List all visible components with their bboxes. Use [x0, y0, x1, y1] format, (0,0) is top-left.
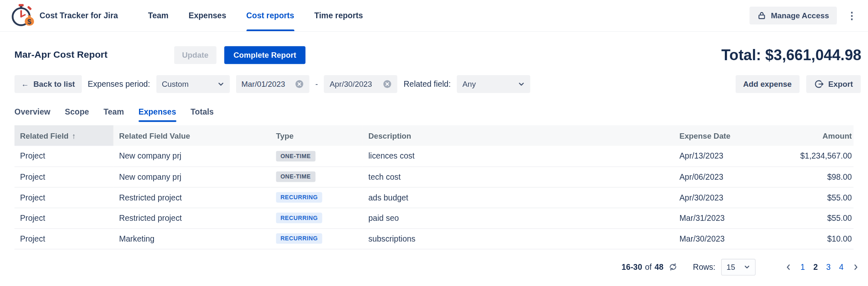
- update-button[interactable]: Update: [174, 46, 216, 64]
- cell-type: RECURRING: [271, 228, 363, 249]
- total-value: $3,661,044.98: [765, 46, 861, 63]
- range-value: 16-30: [622, 262, 642, 271]
- cell-expense-date: Mar/30/2023: [674, 228, 774, 249]
- type-badge: RECURRING: [276, 233, 322, 244]
- chevron-down-icon: [518, 81, 525, 87]
- date-from-value: Mar/01/2023: [241, 80, 285, 88]
- cell-related-field-value: Restricted project: [114, 208, 271, 228]
- type-badge: RECURRING: [276, 213, 322, 223]
- table-row: Project Restricted project RECURRING ads…: [15, 187, 853, 208]
- page-4[interactable]: 4: [839, 262, 844, 271]
- tab-overview[interactable]: Overview: [15, 108, 50, 122]
- cell-amount: $1,234,567.00: [774, 146, 853, 166]
- cell-type: ONE-TIME: [271, 146, 363, 166]
- cell-related-field-value: Marketing: [114, 228, 271, 249]
- next-page-icon[interactable]: [852, 263, 860, 271]
- cell-type: RECURRING: [271, 187, 363, 208]
- cell-description: licences cost: [363, 146, 674, 166]
- manage-access-button[interactable]: Manage Access: [750, 7, 837, 24]
- nav-cost-reports[interactable]: Cost reports: [246, 0, 295, 31]
- cell-amount: $55.00: [774, 187, 853, 208]
- table-row: Project New company prj ONE-TIME licence…: [15, 146, 853, 166]
- report-total: Total: $3,661,044.98: [721, 46, 861, 64]
- report-title: Mar-Apr Cost Report: [15, 49, 107, 61]
- cell-related-field: Project: [15, 146, 114, 166]
- page-3[interactable]: 3: [826, 262, 831, 271]
- report-header: Mar-Apr Cost Report Update Complete Repo…: [15, 46, 861, 64]
- previous-page-icon[interactable]: [784, 263, 792, 271]
- date-from-input[interactable]: Mar/01/2023: [236, 75, 309, 93]
- date-to-value: Apr/30/2023: [329, 80, 372, 88]
- chevron-down-icon: [217, 81, 224, 87]
- table-footer: 16-30 of 48 Rows: 15 1 2 3 4: [15, 259, 860, 275]
- nav-team[interactable]: Team: [148, 0, 168, 31]
- refresh-icon[interactable]: [668, 262, 678, 272]
- nav-expenses[interactable]: Expenses: [188, 0, 226, 31]
- total-label: Total:: [721, 46, 761, 63]
- cell-related-field: Project: [15, 187, 114, 208]
- page-2-current[interactable]: 2: [813, 262, 818, 271]
- back-arrow-icon: ←: [21, 80, 29, 88]
- period-select-value: Custom: [162, 80, 189, 88]
- svg-text:$: $: [27, 18, 32, 26]
- tab-scope[interactable]: Scope: [65, 108, 89, 122]
- range-total: 48: [654, 262, 663, 271]
- manage-access-label: Manage Access: [771, 11, 829, 20]
- date-range-separator: -: [315, 80, 318, 88]
- table-row: Project New company prj ONE-TIME tech co…: [15, 166, 853, 187]
- app-title: Cost Tracker for Jira: [39, 11, 118, 20]
- complete-report-button[interactable]: Complete Report: [224, 46, 306, 64]
- report-tabs: Overview Scope Team Expenses Totals: [15, 108, 853, 122]
- expenses-period-label: Expenses period:: [88, 80, 150, 88]
- app-logo-icon: $: [9, 4, 34, 27]
- cell-related-field: Project: [15, 228, 114, 249]
- cell-related-field: Project: [15, 166, 114, 187]
- column-header-description[interactable]: Description: [363, 125, 674, 146]
- page-1[interactable]: 1: [800, 262, 805, 271]
- related-field-select[interactable]: Any: [457, 75, 530, 93]
- type-badge: RECURRING: [276, 192, 322, 203]
- export-button[interactable]: Export: [806, 75, 861, 93]
- clear-date-icon[interactable]: [383, 80, 392, 88]
- column-header-expense-date[interactable]: Expense Date: [674, 125, 774, 146]
- cell-related-field-value: Restricted project: [114, 187, 271, 208]
- nav-time-reports[interactable]: Time reports: [314, 0, 363, 31]
- pagination: 1 2 3 4: [784, 262, 859, 271]
- column-header-related-field[interactable]: Related Field↑: [15, 125, 114, 146]
- top-header: $ Cost Tracker for Jira Team Expenses Co…: [0, 0, 868, 32]
- cell-expense-date: Apr/30/2023: [674, 187, 774, 208]
- column-label: Related Field: [20, 131, 68, 140]
- table-row: Project Marketing RECURRING subscription…: [15, 228, 853, 249]
- tab-expenses[interactable]: Expenses: [139, 108, 176, 122]
- cell-amount: $98.00: [774, 166, 853, 187]
- cell-related-field: Project: [15, 208, 114, 228]
- related-field-select-value: Any: [462, 80, 475, 88]
- filter-actions: Add expense Export: [735, 75, 861, 93]
- back-to-list-button[interactable]: ← Back to list: [15, 75, 82, 93]
- tab-totals[interactable]: Totals: [190, 108, 214, 122]
- app-window: $ Cost Tracker for Jira Team Expenses Co…: [0, 0, 868, 286]
- column-header-related-field-value[interactable]: Related Field Value: [114, 125, 271, 146]
- header-actions: Manage Access ⋮: [750, 7, 861, 24]
- period-select[interactable]: Custom: [156, 75, 229, 93]
- rows-per-page-label: Rows:: [693, 262, 715, 271]
- date-to-input[interactable]: Apr/30/2023: [324, 75, 397, 93]
- column-header-amount[interactable]: Amount: [774, 125, 853, 146]
- table-row: Project Restricted project RECURRING pai…: [15, 208, 853, 228]
- rows-per-page-value: 15: [727, 262, 735, 271]
- lock-icon: [758, 11, 766, 20]
- kebab-menu-icon[interactable]: ⋮: [842, 10, 861, 22]
- related-field-label: Related field:: [404, 80, 451, 88]
- cell-expense-date: Mar/31/2023: [674, 208, 774, 228]
- tab-team[interactable]: Team: [103, 108, 124, 122]
- cell-description: paid seo: [363, 208, 674, 228]
- cell-expense-date: Apr/13/2023: [674, 146, 774, 166]
- export-label: Export: [828, 80, 853, 88]
- rows-per-page-select[interactable]: 15: [721, 259, 756, 275]
- range-of-label: of: [645, 262, 651, 271]
- column-header-type[interactable]: Type: [271, 125, 363, 146]
- clear-date-icon[interactable]: [295, 80, 303, 88]
- export-icon: [814, 79, 824, 89]
- cell-related-field-value: New company prj: [114, 146, 271, 166]
- add-expense-button[interactable]: Add expense: [735, 75, 799, 93]
